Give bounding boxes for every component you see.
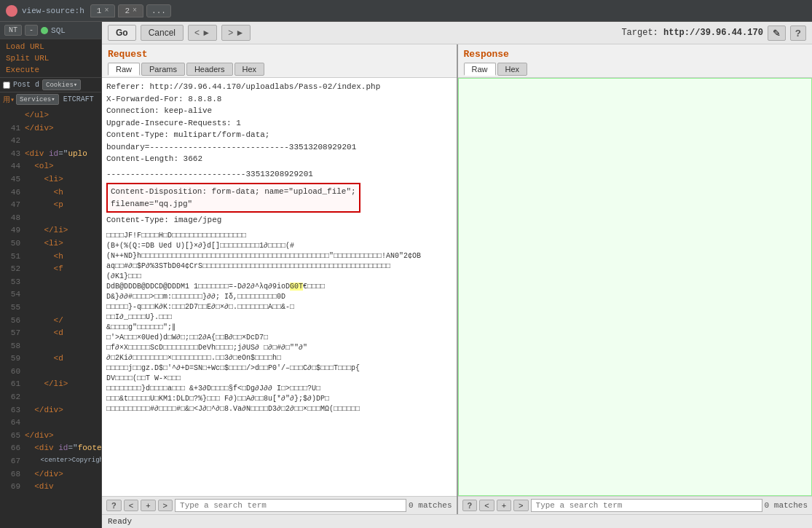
browser-chrome: view-source:h 1 × 2 × ... [0, 0, 812, 22]
request-tab-params[interactable]: Params [141, 63, 185, 76]
browser-url: view-source:h [22, 7, 84, 15]
source-code: </ul> 41</div> 42 43<div id="uplo 44 <ol… [0, 106, 101, 497]
right-panel: Go Cancel < ► > ► Target: http://39.96.4… [102, 22, 812, 528]
request-search-plus[interactable]: + [141, 500, 155, 511]
request-header-connection: Connection: keep-alive [106, 105, 452, 117]
response-tab-raw[interactable]: Raw [464, 63, 496, 76]
post-checkbox[interactable] [3, 82, 10, 89]
response-content-area [458, 78, 813, 496]
request-filename-line: filename="qq.jpg" [111, 198, 356, 210]
request-title: Request [102, 44, 457, 61]
cancel-button[interactable]: Cancel [141, 25, 184, 41]
response-tab-hex[interactable]: Hex [497, 63, 528, 76]
request-search-matches: 0 matches [409, 501, 452, 510]
response-search-plus[interactable]: + [497, 500, 511, 511]
sidebar-status [41, 27, 48, 34]
request-content-area: Referer: http://39.96.44.170/uploadlabs/… [102, 78, 457, 496]
response-search-help[interactable]: ? [462, 500, 478, 511]
request-header-boundary: boundary=-----------------------------33… [106, 141, 452, 154]
response-search-back[interactable]: < [479, 500, 494, 511]
sidebar-minimize[interactable]: - [25, 25, 38, 36]
request-search-forward[interactable]: > [158, 500, 173, 511]
request-separator: -----------------------------33513208929… [106, 168, 452, 181]
sidebar-nt-btn[interactable]: NT [4, 25, 22, 36]
response-search-input[interactable] [531, 499, 762, 512]
status-text: Ready [108, 517, 132, 526]
request-search-bar: ? < + > 0 matches [102, 496, 457, 514]
sidebar-services: 用▾ Services▾ ETCRAFT [0, 92, 101, 106]
request-content-scroll[interactable]: Referer: http://39.96.44.170/uploadlabs/… [102, 78, 457, 496]
main-layout: NT - SQL Load URL Split URL Execute Post… [0, 22, 812, 528]
browser-tab-2[interactable]: 2 × [118, 4, 143, 17]
browser-icon [6, 5, 17, 17]
request-search-input[interactable] [175, 499, 406, 512]
cookies-btn[interactable]: Cookies▾ [42, 79, 81, 90]
sidebar-sql-label: SQL [51, 26, 66, 35]
request-search-help[interactable]: ? [106, 500, 122, 511]
response-search-matches: 0 matches [765, 501, 808, 510]
request-content-type-line: Content-Type: image/jpeg [106, 214, 452, 226]
response-panel: Response Raw Hex ? < + > 0 matches [458, 44, 813, 514]
burp-topbar: Go Cancel < ► > ► Target: http://39.96.4… [102, 22, 812, 44]
close-tab-2[interactable]: × [133, 7, 137, 15]
browser-tab-1[interactable]: 1 × [90, 4, 116, 17]
sidebar-execute[interactable]: Execute [3, 64, 98, 76]
post-label: Post d [13, 81, 39, 89]
request-header-content-length: Content-Length: 3662 [106, 153, 452, 165]
request-header-upgrade: Upgrade-Insecure-Requests: 1 [106, 117, 452, 130]
left-sidebar: NT - SQL Load URL Split URL Execute Post… [0, 22, 102, 528]
sidebar-toolbar: NT - SQL [0, 22, 101, 39]
request-tab-headers[interactable]: Headers [186, 63, 233, 76]
request-header-xff: X-Forwarded-For: 8.8.8.8 [106, 93, 452, 106]
target-edit-button[interactable]: ✎ [768, 25, 786, 41]
services-btn[interactable]: Services▾ [16, 94, 59, 105]
sidebar-load-url[interactable]: Load URL [3, 41, 98, 52]
response-tabs: Raw Hex [458, 61, 813, 78]
request-binary-content: □□□□JF!F□□□□H□D□□□□□□□□□□□□□□□□□ (B+(%(Q… [106, 231, 452, 414]
response-search-forward[interactable]: > [513, 500, 528, 511]
request-search-back[interactable]: < [124, 500, 138, 511]
request-tab-hex[interactable]: Hex [234, 63, 265, 76]
forward-button[interactable]: > ► [221, 25, 251, 41]
request-disposition-line: Content-Disposition: form-data; name="up… [111, 186, 356, 198]
response-title: Response [458, 44, 813, 61]
sidebar-split-url[interactable]: Split URL [3, 52, 98, 64]
request-highlight-box: Content-Disposition: form-data; name="up… [106, 183, 360, 213]
go-button[interactable]: Go [108, 25, 136, 41]
panels-row: Request Raw Params Headers Hex Referer: … [102, 44, 812, 514]
browser-tabs: 1 × 2 × ... [90, 4, 171, 17]
request-header-content-type: Content-Type: multipart/form-data; [106, 129, 452, 141]
response-search-bar: ? < + > 0 matches [458, 496, 813, 514]
back-button[interactable]: < ► [188, 25, 217, 41]
request-tab-raw[interactable]: Raw [108, 63, 140, 76]
close-tab-1[interactable]: × [104, 7, 109, 15]
tab-more[interactable]: ... [146, 4, 171, 17]
target-label: Target: http://39.96.44.170 [621, 28, 762, 38]
status-bar: Ready [102, 514, 812, 528]
request-tabs: Raw Params Headers Hex [102, 61, 457, 78]
target-help-button[interactable]: ? [790, 25, 806, 41]
request-panel: Request Raw Params Headers Hex Referer: … [102, 44, 458, 514]
request-header-referer: Referer: http://39.96.44.170/uploadlabs/… [106, 81, 452, 93]
